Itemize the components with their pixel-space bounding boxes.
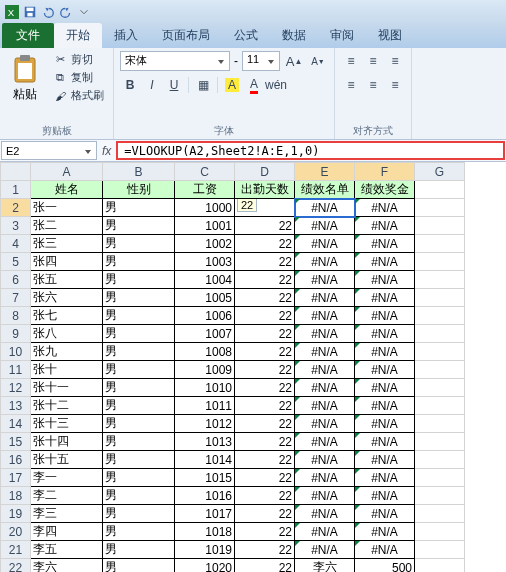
- row-header-1[interactable]: 1: [1, 181, 31, 199]
- cell[interactable]: 张三: [31, 235, 103, 253]
- cell[interactable]: 男: [103, 235, 175, 253]
- cell[interactable]: 张十一: [31, 379, 103, 397]
- cell[interactable]: 男: [103, 379, 175, 397]
- cell[interactable]: #N/A: [295, 397, 355, 415]
- paste-button[interactable]: 粘贴: [6, 51, 44, 106]
- undo-icon[interactable]: [40, 4, 56, 20]
- cell[interactable]: 李一: [31, 469, 103, 487]
- row-header-11[interactable]: 11: [1, 361, 31, 379]
- copy-button[interactable]: ⧉复制: [50, 69, 107, 86]
- cell[interactable]: [415, 325, 465, 343]
- cell[interactable]: 22: [235, 307, 295, 325]
- cell[interactable]: 男: [103, 361, 175, 379]
- font-size-select[interactable]: 11: [242, 51, 280, 71]
- cell[interactable]: #N/A: [295, 253, 355, 271]
- cell[interactable]: #N/A: [355, 541, 415, 559]
- cell[interactable]: 男: [103, 343, 175, 361]
- cell[interactable]: 1018: [175, 523, 235, 541]
- col-header-A[interactable]: A: [31, 163, 103, 181]
- cell[interactable]: #N/A: [295, 451, 355, 469]
- cell[interactable]: 张八: [31, 325, 103, 343]
- cell[interactable]: 男: [103, 325, 175, 343]
- cell[interactable]: 22: [235, 199, 295, 217]
- cell[interactable]: 男: [103, 505, 175, 523]
- cell[interactable]: 李二: [31, 487, 103, 505]
- cell[interactable]: 张十二: [31, 397, 103, 415]
- cell[interactable]: #N/A: [295, 415, 355, 433]
- row-header-6[interactable]: 6: [1, 271, 31, 289]
- cell[interactable]: 张二: [31, 217, 103, 235]
- row-header-21[interactable]: 21: [1, 541, 31, 559]
- cell[interactable]: 1007: [175, 325, 235, 343]
- cell[interactable]: 1012: [175, 415, 235, 433]
- redo-icon[interactable]: [58, 4, 74, 20]
- row-header-10[interactable]: 10: [1, 343, 31, 361]
- row-header-5[interactable]: 5: [1, 253, 31, 271]
- row-header-9[interactable]: 9: [1, 325, 31, 343]
- cell[interactable]: 22: [235, 253, 295, 271]
- save-icon[interactable]: [22, 4, 38, 20]
- cell[interactable]: 男: [103, 199, 175, 217]
- header-cell[interactable]: 绩效奖金: [355, 181, 415, 199]
- cell[interactable]: 1001: [175, 217, 235, 235]
- cell[interactable]: 22: [235, 469, 295, 487]
- tab-insert[interactable]: 插入: [102, 23, 150, 48]
- cell[interactable]: #N/A: [355, 397, 415, 415]
- cell[interactable]: 张十三: [31, 415, 103, 433]
- increase-font-icon[interactable]: A▲: [284, 51, 304, 71]
- cell[interactable]: 1015: [175, 469, 235, 487]
- cell[interactable]: #N/A: [355, 235, 415, 253]
- cell[interactable]: 22: [235, 397, 295, 415]
- cell[interactable]: [415, 235, 465, 253]
- cell[interactable]: 1006: [175, 307, 235, 325]
- cell[interactable]: 22: [235, 217, 295, 235]
- col-header-G[interactable]: G: [415, 163, 465, 181]
- cell[interactable]: #N/A: [295, 235, 355, 253]
- cell[interactable]: [415, 289, 465, 307]
- cell[interactable]: 22: [235, 325, 295, 343]
- cell[interactable]: 1009: [175, 361, 235, 379]
- cell[interactable]: #N/A: [355, 523, 415, 541]
- cell[interactable]: #N/A: [295, 469, 355, 487]
- cell[interactable]: [415, 523, 465, 541]
- cell[interactable]: 1019: [175, 541, 235, 559]
- align-right-icon[interactable]: ≡: [385, 75, 405, 95]
- tab-layout[interactable]: 页面布局: [150, 23, 222, 48]
- cell[interactable]: 22: [235, 523, 295, 541]
- cell[interactable]: [415, 433, 465, 451]
- cell[interactable]: #N/A: [295, 379, 355, 397]
- cell[interactable]: 李四: [31, 523, 103, 541]
- cell[interactable]: [415, 181, 465, 199]
- cell[interactable]: #N/A: [355, 469, 415, 487]
- header-cell[interactable]: 工资: [175, 181, 235, 199]
- cell[interactable]: 1016: [175, 487, 235, 505]
- cell[interactable]: 22: [235, 343, 295, 361]
- col-header-B[interactable]: B: [103, 163, 175, 181]
- cell[interactable]: #N/A: [355, 343, 415, 361]
- cell[interactable]: #N/A: [295, 505, 355, 523]
- row-header-14[interactable]: 14: [1, 415, 31, 433]
- cell[interactable]: 22: [235, 271, 295, 289]
- cell[interactable]: 男: [103, 541, 175, 559]
- cell[interactable]: 1004: [175, 271, 235, 289]
- cell[interactable]: 22: [235, 361, 295, 379]
- cell[interactable]: #N/A: [355, 271, 415, 289]
- cell[interactable]: #N/A: [295, 307, 355, 325]
- cell[interactable]: 男: [103, 559, 175, 573]
- cell[interactable]: #N/A: [295, 433, 355, 451]
- cell[interactable]: [415, 379, 465, 397]
- col-header-C[interactable]: C: [175, 163, 235, 181]
- bold-button[interactable]: B: [120, 75, 140, 95]
- tab-home[interactable]: 开始: [54, 23, 102, 48]
- cell[interactable]: 男: [103, 217, 175, 235]
- cell[interactable]: 男: [103, 469, 175, 487]
- font-face-select[interactable]: 宋体: [120, 51, 230, 71]
- cell[interactable]: #N/A: [295, 271, 355, 289]
- cell[interactable]: #N/A: [295, 523, 355, 541]
- cell[interactable]: 张四: [31, 253, 103, 271]
- cell[interactable]: #N/A: [295, 361, 355, 379]
- align-top-icon[interactable]: ≡: [341, 51, 361, 71]
- cell[interactable]: #N/A: [355, 253, 415, 271]
- qat-dropdown-icon[interactable]: [76, 4, 92, 20]
- cell[interactable]: [415, 487, 465, 505]
